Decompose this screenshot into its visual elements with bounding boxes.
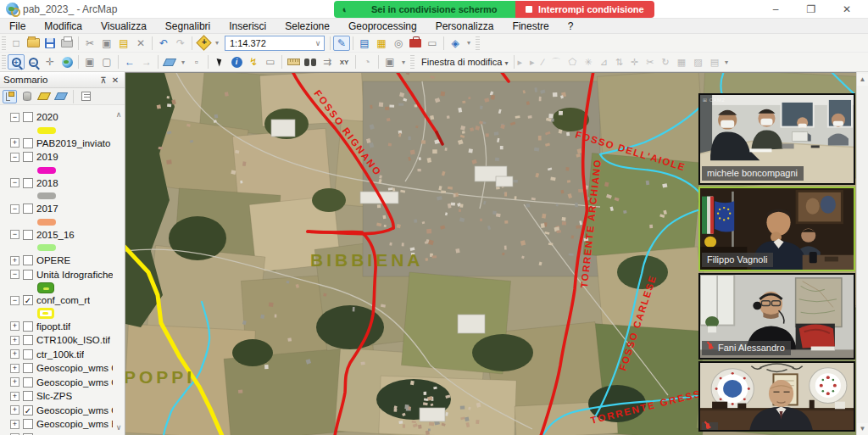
layer-expander-icon[interactable]: +	[10, 392, 19, 401]
toc-scroll-up-icon[interactable]: ∧	[113, 109, 125, 120]
layer-row[interactable]: − Unità Idrografiche C	[0, 268, 113, 282]
toc-scrollbar[interactable]: ∧ ∨	[113, 105, 125, 435]
open-document-icon[interactable]	[25, 36, 42, 51]
list-by-drawing-order-icon[interactable]	[3, 90, 17, 103]
menu-selezione[interactable]: Selezione	[275, 19, 339, 34]
layer-visibility-checkbox[interactable]	[23, 138, 33, 148]
layer-row[interactable]: + PAB2019_inviato in	[0, 137, 113, 151]
layer-row[interactable]: − 2015_16	[0, 228, 113, 243]
layer-expander-icon[interactable]: +	[10, 336, 19, 345]
add-data-dropdown-icon[interactable]: ▾	[212, 36, 222, 51]
layer-expander-icon[interactable]: +	[10, 420, 19, 429]
layer-expander-icon[interactable]: +	[10, 405, 19, 415]
layer-visibility-checkbox[interactable]	[23, 178, 33, 188]
python-window-icon[interactable]: ▭	[424, 36, 441, 51]
layer-expander-icon[interactable]: +	[10, 321, 19, 331]
list-by-selection-icon[interactable]	[53, 90, 68, 103]
layer-row[interactable]: + Mappa di base	[0, 432, 113, 435]
back-extent-icon[interactable]: ←	[121, 54, 138, 70]
layer-visibility-checkbox[interactable]	[23, 204, 33, 214]
add-data-icon[interactable]	[195, 36, 212, 51]
select-elements-icon[interactable]	[211, 54, 228, 70]
scroll-down-icon[interactable]: ▼	[857, 423, 868, 435]
layer-expander-icon[interactable]: −	[10, 113, 19, 122]
layer-row[interactable]: − 2019	[0, 150, 113, 165]
menu-segnalibri[interactable]: Segnalibri	[156, 19, 220, 34]
select-features-dropdown-icon[interactable]: ▾	[178, 54, 188, 70]
layer-visibility-checkbox[interactable]	[23, 363, 33, 373]
close-button[interactable]: ✕	[829, 0, 865, 19]
layer-visibility-checkbox[interactable]: ✓	[23, 405, 33, 415]
layer-row[interactable]: + Geoscopio_wms CT	[0, 361, 113, 376]
list-by-visibility-icon[interactable]	[36, 90, 51, 103]
scroll-up-icon[interactable]: ▲	[857, 74, 868, 86]
layer-expander-icon[interactable]: +	[10, 377, 19, 387]
search-window-icon[interactable]: ◎	[390, 36, 407, 51]
participant-video[interactable]: ⊞ CAM2 michele boncompagni	[698, 93, 855, 185]
html-popup-icon[interactable]: ▭	[262, 54, 279, 70]
layer-row[interactable]: + ctr_100k.tif	[0, 348, 113, 362]
map-scale-combo[interactable]: 1:14.372 ∨	[225, 36, 325, 51]
layer-row[interactable]: + OPERE	[0, 254, 113, 268]
layer-visibility-checkbox[interactable]: ✓	[23, 295, 33, 305]
layer-row[interactable]: − 2018	[0, 176, 113, 191]
layer-row[interactable]: + Geoscopio_wms BA	[0, 417, 113, 432]
participant-video[interactable]: Fani Alessandro	[698, 273, 855, 360]
identify-icon[interactable]: i	[228, 54, 245, 70]
layer-expander-icon[interactable]: −	[10, 230, 19, 239]
measure-icon[interactable]	[285, 54, 302, 70]
forward-extent-icon[interactable]: →	[138, 54, 155, 70]
editor-sketch-icon[interactable]: ✎	[333, 36, 350, 51]
find-icon[interactable]	[302, 54, 319, 70]
editor-overflow-icon[interactable]: ▾	[721, 54, 732, 70]
map-vertical-scrollbar[interactable]: ▲ ▼	[856, 72, 868, 435]
layer-visibility-checkbox[interactable]	[23, 391, 33, 401]
fixed-zoom-out-icon[interactable]: ▢	[98, 54, 115, 70]
layer-expander-icon[interactable]: −	[10, 204, 19, 214]
modelbuilder-icon[interactable]: ◈	[447, 36, 464, 51]
hyperlink-icon[interactable]: ↯	[245, 54, 262, 70]
tools-overflow-icon[interactable]: ▾	[398, 54, 409, 70]
scale-dropdown-icon[interactable]: ∨	[312, 39, 324, 47]
toc-scroll-down-icon[interactable]: ∨	[113, 421, 125, 433]
catalog-window-icon[interactable]: ▦	[373, 36, 390, 51]
layer-expander-icon[interactable]: +	[10, 364, 19, 373]
layer-visibility-checkbox[interactable]	[23, 377, 33, 388]
toolbar-overflow-icon[interactable]: ▾	[464, 36, 474, 51]
undo-icon[interactable]: ↶	[155, 36, 172, 51]
layer-expander-icon[interactable]: −	[10, 178, 19, 187]
arctoolbox-icon[interactable]	[407, 36, 424, 51]
print-icon[interactable]	[58, 36, 75, 51]
stop-sharing-button[interactable]: Interrompi condivisione	[515, 1, 654, 18]
new-document-icon[interactable]: □	[8, 36, 25, 51]
full-extent-icon[interactable]	[58, 54, 75, 70]
menu-modifica[interactable]: Modifica	[35, 19, 92, 34]
layer-visibility-checkbox[interactable]	[23, 255, 33, 265]
menu-geoprocessing[interactable]: Geoprocessing	[339, 19, 426, 34]
select-features-icon[interactable]	[161, 54, 178, 70]
pan-icon[interactable]: ✛	[42, 54, 58, 70]
menu-inserisci[interactable]: Inserisci	[220, 19, 275, 34]
layer-row[interactable]: + ✓ Geoscopio_wms OF	[0, 404, 113, 418]
layer-visibility-checkbox[interactable]	[23, 152, 33, 162]
menu-visualizza[interactable]: Visualizza	[92, 19, 156, 34]
viewer-window-icon[interactable]: ▣	[381, 54, 398, 70]
layer-row[interactable]: + fipopt.tif	[0, 320, 113, 334]
menu-file[interactable]: File	[0, 19, 35, 34]
map-scale-value[interactable]: 1:14.372	[225, 38, 312, 48]
close-panel-icon[interactable]: ✕	[109, 75, 121, 85]
editor-dropdown[interactable]: Finestra di modifica ▾	[416, 57, 511, 67]
participant-video[interactable]: Filippo Vagnoli	[698, 187, 855, 271]
list-by-source-icon[interactable]	[19, 90, 34, 103]
layer-row[interactable]: − 2017	[0, 202, 113, 216]
layer-visibility-checkbox[interactable]	[23, 230, 33, 240]
menu-?[interactable]: ?	[559, 19, 583, 34]
minimize-button[interactable]: –	[758, 0, 793, 19]
zoom-out-icon[interactable]: −	[25, 54, 42, 70]
find-route-icon[interactable]: ⇉	[319, 54, 336, 70]
layer-expander-icon[interactable]: +	[10, 256, 19, 265]
layer-visibility-checkbox[interactable]	[23, 321, 33, 332]
participant-video[interactable]	[698, 361, 855, 432]
redo-icon[interactable]: ↷	[172, 36, 189, 51]
maximize-button[interactable]: ❐	[793, 0, 829, 19]
